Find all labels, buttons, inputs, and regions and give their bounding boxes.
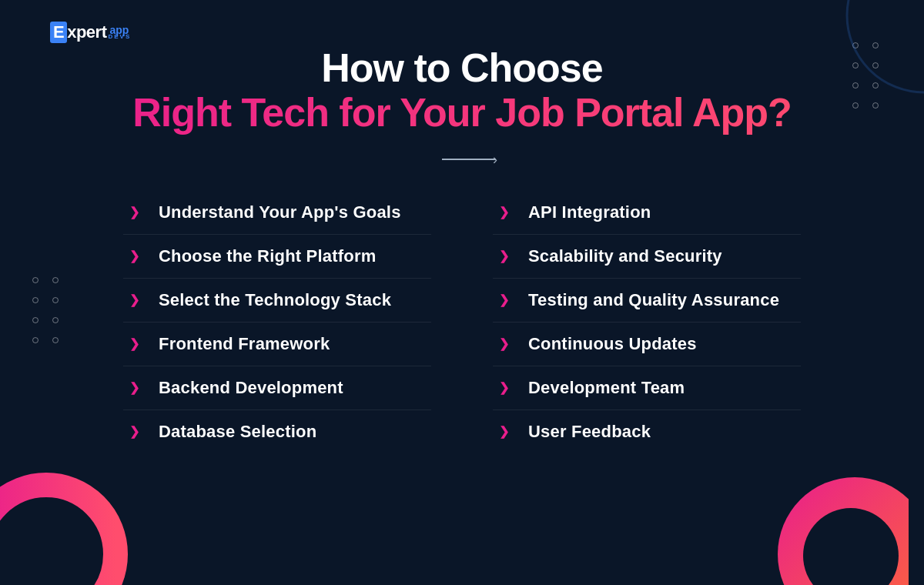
chevron-icon: ❯: [493, 246, 514, 267]
right-column: ❯ API Integration ❯ Scalability and Secu…: [493, 191, 801, 453]
item-text: Backend Development: [159, 378, 343, 398]
chevron-icon: ❯: [493, 289, 514, 311]
item-text: Scalability and Security: [528, 246, 722, 266]
list-item: ❯ Understand Your App's Goals: [123, 191, 431, 234]
item-text: Continuous Updates: [528, 334, 697, 354]
list-item-wrapper: ❯ Understand Your App's Goals: [123, 191, 431, 235]
header-line1: How to Choose: [62, 46, 862, 90]
list-item-wrapper: ❯ Continuous Updates: [493, 323, 801, 366]
arrow-decoration: ›: [77, 152, 862, 168]
svg-point-0: [0, 485, 116, 585]
chevron-icon: ❯: [493, 377, 514, 399]
arrow-head: ›: [493, 152, 497, 168]
chevron-icon: ❯: [123, 246, 145, 267]
list-item-wrapper: ❯ Database Selection: [123, 410, 431, 453]
page-header: How to Choose Right Tech for Your Job Po…: [62, 0, 862, 136]
item-text: Development Team: [528, 378, 685, 398]
item-text: User Feedback: [528, 422, 651, 442]
circle-bottom-right: [732, 431, 909, 585]
list-item: ❯ Frontend Framework: [123, 323, 431, 366]
list-item: ❯ API Integration: [493, 191, 801, 234]
list-item-wrapper: ❯ Frontend Framework: [123, 323, 431, 366]
list-item-wrapper: ❯ User Feedback: [493, 410, 801, 453]
list-item: ❯ Scalability and Security: [493, 235, 801, 278]
list-item: ❯ Choose the Right Platform: [123, 235, 431, 278]
item-text: API Integration: [528, 202, 651, 222]
item-text: Testing and Quality Assurance: [528, 290, 779, 310]
list-item: ❯ Testing and Quality Assurance: [493, 279, 801, 322]
list-item-wrapper: ❯ Scalability and Security: [493, 235, 801, 279]
list-item: ❯ Backend Development: [123, 366, 431, 410]
list-item: ❯ Continuous Updates: [493, 323, 801, 366]
chevron-icon: ❯: [123, 289, 145, 311]
chevron-icon: ❯: [493, 333, 514, 355]
list-item: ❯ Database Selection: [123, 410, 431, 453]
chevron-icon: ❯: [123, 333, 145, 355]
item-text: Select the Technology Stack: [159, 290, 391, 310]
list-item: ❯ Development Team: [493, 366, 801, 410]
header-line2: Right Tech for Your Job Portal App?: [62, 90, 862, 136]
list-item-wrapper: ❯ Backend Development: [123, 366, 431, 410]
item-text: Understand Your App's Goals: [159, 202, 401, 222]
items-grid: ❯ Understand Your App's Goals ❯ Choose t…: [62, 191, 862, 453]
chevron-icon: ❯: [123, 377, 145, 399]
item-text: Choose the Right Platform: [159, 246, 376, 266]
list-item-wrapper: ❯ Select the Technology Stack: [123, 279, 431, 323]
chevron-icon: ❯: [123, 421, 145, 443]
list-item-wrapper: ❯ Testing and Quality Assurance: [493, 279, 801, 323]
list-item-wrapper: ❯ Development Team: [493, 366, 801, 410]
chevron-icon: ❯: [493, 421, 514, 443]
list-item: ❯ Select the Technology Stack: [123, 279, 431, 322]
chevron-icon: ❯: [493, 202, 514, 223]
list-item-wrapper: ❯ Choose the Right Platform: [123, 235, 431, 279]
item-text: Frontend Framework: [159, 334, 330, 354]
list-item-wrapper: ❯ API Integration: [493, 191, 801, 235]
chevron-icon: ❯: [123, 202, 145, 223]
left-column: ❯ Understand Your App's Goals ❯ Choose t…: [123, 191, 431, 453]
list-item: ❯ User Feedback: [493, 410, 801, 453]
arrow-line: [442, 159, 496, 160]
item-text: Database Selection: [159, 422, 316, 442]
